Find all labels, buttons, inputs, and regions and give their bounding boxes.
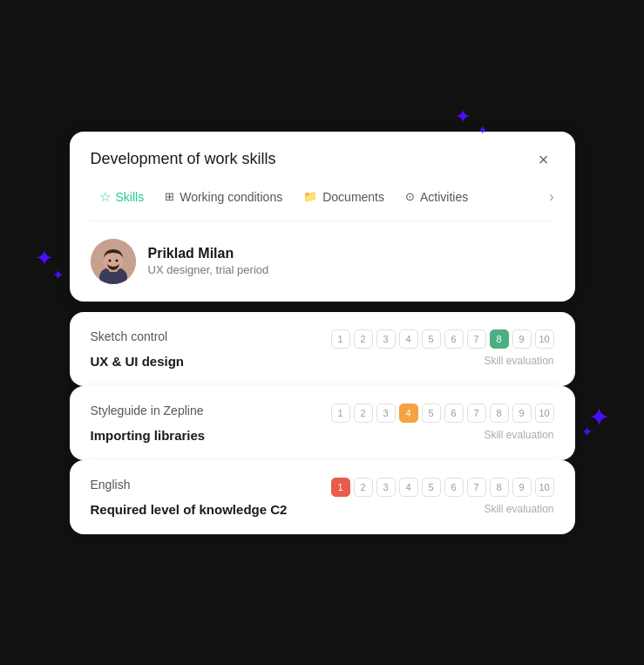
working-conditions-tab-icon: ⊞ [165, 190, 174, 203]
rating-num-10[interactable]: 10 [535, 404, 554, 423]
sparkle-decoration-1: ✦ [455, 105, 471, 128]
activities-tab-icon: ⊙ [405, 190, 415, 203]
tab-working-conditions-label: Working conditions [180, 190, 282, 204]
tab-activities-label: Activities [420, 190, 468, 204]
rating-num-9[interactable]: 9 [512, 329, 532, 349]
rating-num-3[interactable]: 3 [376, 478, 396, 497]
skill-top: English 12345678910 [91, 478, 554, 497]
profile-info: Priklad Milan UX designer, trial period [148, 246, 269, 276]
rating-num-7[interactable]: 7 [467, 478, 486, 497]
rating-num-7[interactable]: 7 [467, 404, 486, 423]
rating-num-7[interactable]: 7 [467, 329, 486, 349]
skill-rating: 12345678910 [331, 478, 554, 497]
rating-num-5[interactable]: 5 [422, 329, 441, 349]
skill-subtitle: Required level of knowledge C2 [91, 502, 288, 517]
skill-name: Sketch control [91, 329, 168, 343]
rating-num-2[interactable]: 2 [354, 478, 373, 497]
header-card: Development of work skills × ☆ Skills ⊞ … [70, 132, 575, 302]
rating-num-4[interactable]: 4 [399, 329, 418, 349]
avatar [91, 239, 136, 284]
skill-name: English [91, 478, 131, 492]
skill-top: Styleguide in Zepline 12345678910 [91, 404, 554, 423]
skill-name: Styleguide in Zepline [91, 404, 204, 417]
tab-documents-label: Documents [322, 190, 384, 204]
tab-skills[interactable]: ☆ Skills [91, 184, 153, 210]
modal-container: ✦ ✦ ✦ ✦ ✦ ✦ Development of work skills ×… [70, 132, 575, 534]
sparkle-decoration-4: ✦ [52, 267, 64, 283]
skill-bottom: Importing libraries Skill evaluation [91, 428, 554, 443]
skill-eval-label: Skill evaluation [484, 503, 553, 515]
skill-card-styleguide-zepline: Styleguide in Zepline 12345678910 Import… [70, 386, 575, 460]
skill-rating: 12345678910 [331, 404, 554, 423]
profile-role: UX designer, trial period [148, 263, 269, 276]
rating-num-3[interactable]: 3 [376, 329, 396, 349]
modal-title: Development of work skills [91, 150, 276, 168]
rating-num-2[interactable]: 2 [354, 329, 373, 349]
rating-num-6[interactable]: 6 [444, 478, 464, 497]
svg-point-4 [108, 259, 111, 261]
skill-card-sketch-control: Sketch control 12345678910 UX & UI desig… [70, 312, 575, 386]
skill-bottom: UX & UI design Skill evaluation [91, 354, 554, 369]
rating-num-5[interactable]: 5 [422, 404, 441, 423]
rating-num-3[interactable]: 3 [376, 404, 396, 423]
profile-name: Priklad Milan [148, 246, 269, 261]
sparkle-decoration-6: ✦ [581, 424, 593, 440]
rating-num-2[interactable]: 2 [354, 404, 373, 423]
page-background: ✦ ✦ ✦ ✦ ✦ ✦ Development of work skills ×… [0, 0, 644, 665]
rating-num-9[interactable]: 9 [512, 478, 532, 497]
svg-point-5 [115, 259, 118, 261]
rating-num-10[interactable]: 10 [535, 478, 554, 497]
rating-num-6[interactable]: 6 [444, 404, 464, 423]
rating-num-5[interactable]: 5 [422, 478, 441, 497]
rating-num-8[interactable]: 8 [490, 478, 509, 497]
rating-num-8[interactable]: 8 [490, 404, 509, 423]
tabs-chevron-icon[interactable]: › [549, 189, 553, 205]
rating-num-4[interactable]: 4 [399, 404, 418, 423]
skill-rating: 12345678910 [331, 329, 554, 349]
skill-eval-label: Skill evaluation [484, 355, 553, 367]
sparkle-decoration-5: ✦ [588, 402, 610, 432]
skill-subtitle: Importing libraries [91, 428, 206, 443]
rating-num-4[interactable]: 4 [399, 478, 418, 497]
skill-top: Sketch control 12345678910 [91, 329, 554, 349]
skill-subtitle: UX & UI design [91, 354, 185, 369]
rating-num-1[interactable]: 1 [331, 478, 350, 497]
skill-card-english: English 12345678910 Required level of kn… [70, 460, 575, 534]
tab-skills-label: Skills [116, 190, 145, 204]
skill-eval-label: Skill evaluation [484, 429, 553, 441]
rating-num-8[interactable]: 8 [490, 329, 509, 349]
close-button[interactable]: × [533, 149, 554, 170]
documents-tab-icon: 📁 [303, 190, 317, 203]
rating-num-10[interactable]: 10 [535, 329, 554, 349]
skills-tab-icon: ☆ [99, 189, 111, 205]
rating-num-6[interactable]: 6 [444, 329, 464, 349]
profile-section: Priklad Milan UX designer, trial period [91, 235, 554, 288]
header-top: Development of work skills × [91, 149, 554, 170]
skills-list: Sketch control 12345678910 UX & UI desig… [70, 312, 575, 534]
tab-documents[interactable]: 📁 Documents [295, 185, 393, 209]
tabs-nav: ☆ Skills ⊞ Working conditions 📁 Document… [91, 184, 554, 221]
avatar-svg [91, 239, 136, 284]
rating-num-1[interactable]: 1 [331, 329, 350, 349]
sparkle-decoration-3: ✦ [35, 245, 54, 272]
tab-activities[interactable]: ⊙ Activities [397, 185, 477, 209]
rating-num-9[interactable]: 9 [512, 404, 532, 423]
tab-working-conditions[interactable]: ⊞ Working conditions [156, 185, 291, 209]
skill-bottom: Required level of knowledge C2 Skill eva… [91, 502, 554, 517]
rating-num-1[interactable]: 1 [331, 404, 350, 423]
